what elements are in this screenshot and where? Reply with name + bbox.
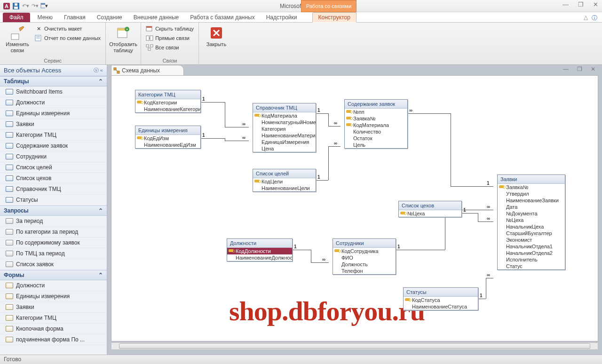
- nav-item[interactable]: подчиненная форма По ...: [0, 334, 107, 345]
- table-field[interactable]: НаименованиеМатериала: [253, 132, 316, 139]
- nav-item[interactable]: За период: [0, 216, 107, 227]
- hide-table-button[interactable]: Скрыть таблицу: [145, 24, 195, 33]
- table-field[interactable]: КодСтатуса: [404, 297, 478, 303]
- relation-line[interactable]: [311, 250, 311, 262]
- table-field[interactable]: КодЕдИзм: [135, 135, 200, 142]
- table-field[interactable]: НаименованиеСтатуса: [404, 303, 478, 310]
- nav-item[interactable]: Статусы: [0, 195, 107, 206]
- table-field[interactable]: Экономист: [498, 237, 565, 243]
- table-field[interactable]: №пп: [345, 109, 407, 115]
- table-field[interactable]: КодМатериала: [345, 122, 407, 128]
- table-field[interactable]: НаименованиеДолжности: [227, 254, 292, 261]
- relation-line[interactable]: [328, 146, 341, 147]
- table-field[interactable]: Заявка№: [498, 184, 565, 190]
- nav-item[interactable]: Заявки: [0, 119, 107, 130]
- table-field[interactable]: НаименованиеЦели: [253, 185, 316, 191]
- table-field[interactable]: №Цеха: [498, 217, 565, 223]
- table-field[interactable]: Заявка№: [345, 115, 407, 122]
- table-field[interactable]: Должность: [333, 261, 396, 268]
- nav-search-icon[interactable]: ⓥ «: [94, 67, 103, 74]
- relation-table[interactable]: СтатусыКодСтатусаНаименованиеСтатуса: [403, 287, 478, 310]
- clear-layout-button[interactable]: ✕Очистить макет: [34, 24, 102, 33]
- horizontal-scrollbar[interactable]: [111, 342, 598, 350]
- relationship-canvas[interactable]: shop.dbforyou.ru 1∞1∞1∞1∞∞11∞1∞1∞1∞Катег…: [111, 75, 598, 341]
- table-field[interactable]: НаименованиеКатегории: [135, 106, 200, 112]
- table-field[interactable]: Количество: [345, 128, 407, 135]
- relation-line[interactable]: [451, 186, 493, 187]
- table-field[interactable]: КодДолжности: [227, 248, 292, 254]
- help-icon[interactable]: ⓘ: [592, 14, 597, 22]
- table-header[interactable]: Список целей: [253, 169, 316, 178]
- table-field[interactable]: Утвердил: [498, 190, 565, 197]
- relation-line[interactable]: [225, 127, 249, 127]
- table-field[interactable]: ФИО: [333, 254, 396, 261]
- relation-line[interactable]: [328, 126, 341, 127]
- table-header[interactable]: Справочник ТМЦ: [253, 103, 316, 112]
- table-field[interactable]: ЕдиницаИзмерения: [253, 139, 316, 145]
- document-tab[interactable]: Схема данных: [111, 65, 184, 75]
- relation-table[interactable]: Список целейКодЦелиНаименованиеЦели: [253, 169, 316, 192]
- relation-report-button[interactable]: Отчет по схеме данных: [34, 34, 102, 42]
- table-header[interactable]: Единицы измерения: [135, 126, 200, 135]
- redo-icon[interactable]: ↷▾: [31, 2, 39, 10]
- nav-item[interactable]: Должности: [0, 280, 107, 291]
- relation-line[interactable]: [451, 113, 451, 186]
- nav-item[interactable]: Список цехов: [0, 173, 107, 184]
- relation-line[interactable]: [316, 180, 328, 181]
- relation-line[interactable]: [478, 222, 494, 222]
- nav-item[interactable]: Единицы измерения: [0, 291, 107, 302]
- restore-icon[interactable]: ❐: [578, 1, 584, 8]
- doc-minimize-icon[interactable]: —: [563, 66, 569, 72]
- nav-item[interactable]: Сотрудники: [0, 151, 107, 162]
- tab-file[interactable]: Файл: [3, 13, 30, 22]
- relation-line[interactable]: [396, 250, 445, 250]
- table-field[interactable]: Дата: [498, 204, 565, 210]
- nav-group-queries[interactable]: Запросы⌃: [0, 206, 107, 216]
- table-field[interactable]: Категория: [253, 126, 316, 132]
- table-field[interactable]: НачальникОтдела2: [498, 250, 565, 256]
- relation-table[interactable]: ЗаявкиЗаявка№УтвердилНаименованиеЗаявкиД…: [497, 174, 565, 270]
- table-field[interactable]: КодМатериала: [253, 112, 316, 119]
- nav-item[interactable]: По ТМЦ за период: [0, 248, 107, 259]
- tab-addins[interactable]: Надстройки: [261, 13, 303, 22]
- relation-table[interactable]: ДолжностиКодДолжностиНаименованиеДолжнос…: [227, 238, 293, 261]
- table-field[interactable]: НаименованиеЕдИзм: [135, 142, 200, 148]
- relation-line[interactable]: [311, 262, 329, 263]
- table-header[interactable]: Список цехов: [399, 201, 461, 210]
- relation-line[interactable]: [486, 278, 486, 299]
- all-relations-button[interactable]: Все связи: [145, 43, 195, 52]
- nav-item[interactable]: Switchboard Items: [0, 87, 107, 97]
- table-header[interactable]: Категории ТМЦ: [135, 90, 200, 99]
- nav-item[interactable]: Категории ТМЦ: [0, 313, 107, 324]
- nav-item[interactable]: Кнопочная форма: [0, 324, 107, 334]
- nav-item[interactable]: Должности: [0, 97, 107, 108]
- relation-line[interactable]: [225, 141, 249, 141]
- edit-relations-button[interactable]: Изменить связи: [4, 24, 31, 55]
- tab-external[interactable]: Внешние данные: [128, 13, 185, 22]
- minimize-icon[interactable]: —: [562, 1, 569, 8]
- relation-table[interactable]: Категории ТМЦКодКатегорииНаименованиеКат…: [135, 90, 201, 113]
- close-icon[interactable]: ✕: [593, 1, 598, 8]
- relation-table[interactable]: Единицы измеренияКодЕдИзмНаименованиеЕдИ…: [135, 126, 201, 149]
- relation-table[interactable]: СотрудникиКодСотрудникаФИОДолжностьТелеф…: [333, 238, 396, 275]
- nav-item[interactable]: По категории за период: [0, 227, 107, 237]
- nav-item[interactable]: Заявки: [0, 302, 107, 313]
- table-field[interactable]: Цена: [253, 145, 316, 152]
- tab-dbtools[interactable]: Работа с базами данных: [184, 13, 260, 22]
- relation-line[interactable]: [408, 113, 451, 114]
- table-field[interactable]: Цель: [345, 142, 407, 148]
- nav-header[interactable]: Все объекты Access ⓥ «: [0, 65, 107, 76]
- tab-create[interactable]: Создание: [91, 13, 128, 22]
- nav-group-tables[interactable]: Таблицы⌃: [0, 76, 107, 87]
- scroll-thumb[interactable]: [119, 343, 590, 349]
- relation-line[interactable]: [328, 113, 329, 126]
- table-header[interactable]: Должности: [227, 239, 292, 248]
- doc-restore-icon[interactable]: ❐: [577, 66, 582, 72]
- nav-item[interactable]: Список целей: [0, 162, 107, 173]
- nav-group-forms[interactable]: Формы⌃: [0, 270, 107, 280]
- relation-line[interactable]: [462, 213, 478, 214]
- relation-line[interactable]: [293, 250, 311, 250]
- close-button[interactable]: Закрыть: [203, 24, 230, 48]
- relation-table[interactable]: Справочник ТМЦКодМатериалаНоменклатурный…: [253, 103, 316, 152]
- table-field[interactable]: №Цеха: [399, 210, 461, 217]
